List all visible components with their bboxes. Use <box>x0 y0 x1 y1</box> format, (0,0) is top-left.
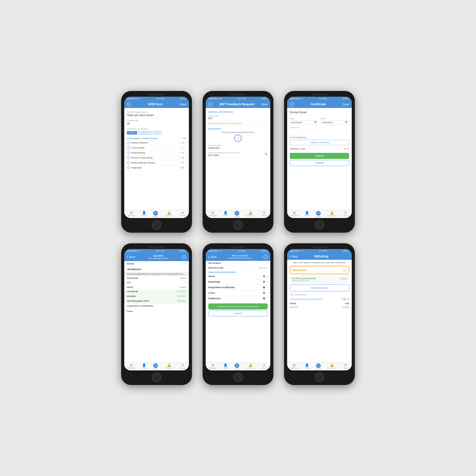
osat-date-0: 3/12/2017 <box>177 290 186 293</box>
status-battery4: 100% ▪ <box>179 250 186 252</box>
osat-row-3: Cardioverten en defibrilleren ○ <box>124 303 189 309</box>
phone4-wrapper: ●●●● BELL ▼ 4:21 PM 100% ▪ Back Sub-EPA:… <box>121 243 192 385</box>
ultrasound-btn[interactable]: Ultrasound ✓ <box>290 266 349 274</box>
nav3-settings-label: Settings <box>343 215 349 216</box>
status-battery3: 100% ▪ <box>342 97 349 100</box>
subepa-vaardigheden-row[interactable]: Vaardigheden <box>124 267 189 272</box>
nav4-notifications[interactable]: 🔔 Notifications <box>165 363 173 370</box>
until-input[interactable]: 03/05/2019 📅 <box>320 120 349 125</box>
phone2-home-btn[interactable] <box>233 220 243 230</box>
nav3-upload[interactable]: + Upload <box>316 211 321 218</box>
phone1-home-btn[interactable] <box>152 220 161 230</box>
cancel-btn[interactable]: Cancel <box>290 160 349 166</box>
phone1-info-icon[interactable]: i <box>127 102 131 106</box>
medical-devices-btn[interactable]: Medical devices <box>290 284 349 291</box>
nav4-profile[interactable]: 👤 Profile <box>142 363 146 370</box>
phone6-back-btn[interactable]: Back <box>290 255 298 258</box>
delete-icon[interactable]: ✕ <box>347 147 349 150</box>
nav2-upload[interactable]: + Upload <box>234 211 239 218</box>
phone2-content: GENERAL INFORMATION Linked EPA EPA Main … <box>206 108 270 210</box>
subepa-item-2[interactable]: Respiratoire insufficiëntie <box>206 285 270 290</box>
nav2-settings[interactable]: ⚙ Settings <box>261 211 267 218</box>
nav5-upload[interactable]: + Upload <box>234 363 239 370</box>
subepa-item-1[interactable]: Reanimatie <box>206 279 270 285</box>
phones-grid: ●●●● BELL ▼ 4:21 PM 100% ▪ i KPB form Sa… <box>121 91 355 385</box>
nav6-notifications[interactable]: 🔔 Notifications <box>328 363 336 370</box>
comp-info-icon-2: i <box>127 151 130 154</box>
nav5-dashboard[interactable]: ⊞ Dashboard <box>209 363 217 370</box>
nav6-dashboard[interactable]: ⊞ Dashboard <box>291 363 298 370</box>
nav3-notifications[interactable]: 🔔 Notifications <box>328 211 336 218</box>
from-value: 03/03/2018 <box>291 121 302 124</box>
profile-icon5: 👤 <box>224 363 227 367</box>
phone1-save-btn[interactable]: Save <box>180 103 186 106</box>
phone4-info-icon[interactable]: i <box>182 255 186 259</box>
nav-dashboard[interactable]: ⊞ Dashboard <box>128 211 135 218</box>
cancel-epa-btn[interactable]: Cancel <box>208 311 268 316</box>
nav-notifications-label: Notifications <box>165 215 173 216</box>
cart-item-row: Ultrasound module (year subscription) € … <box>290 297 349 301</box>
complexity-moderate[interactable]: MODERATE <box>138 131 152 134</box>
nav-notifications[interactable]: 🔔 Notifications <box>165 211 173 218</box>
nav2-dashboard[interactable]: ⊞ Dashboard <box>209 211 217 218</box>
phone1-title: KPB form <box>148 102 163 106</box>
request-trainer-btn[interactable]: Request trainer for certificate of compe… <box>208 303 268 309</box>
comp-score-4: 4 <box>183 162 184 164</box>
nav4-dashboard[interactable]: ⊞ Dashboard <box>128 363 135 370</box>
cart-item-del-icon[interactable]: ✕ <box>347 298 349 301</box>
nav6-profile-label: Profile <box>305 367 309 369</box>
phone4-back-btn[interactable]: Back <box>127 256 135 258</box>
assessor-type-row: Assessor type Supervisor <box>208 143 268 151</box>
phone3-home-btn[interactable] <box>315 220 324 230</box>
phone6: ●●●● BELL ▼ 4:21 PM 100% ▪ Back Webshop … <box>284 243 355 385</box>
renew-link[interactable]: Renew <box>341 277 347 280</box>
ultrasound-label: Ultrasound <box>292 269 306 272</box>
nav6-settings[interactable]: ⚙ Settings <box>343 363 349 370</box>
nav-dashboard-label: Dashboard <box>128 215 135 216</box>
search-icon[interactable]: 🔍 <box>265 153 268 156</box>
nav4-settings[interactable]: ⚙ Settings <box>180 363 186 370</box>
phone2-save-btn[interactable]: Save <box>261 103 268 106</box>
phone6-home-btn[interactable] <box>315 372 324 382</box>
complexity-high[interactable]: HIGH <box>153 131 162 134</box>
nav6-profile[interactable]: 👤 Profile <box>305 363 309 370</box>
nav-upload[interactable]: + Upload <box>153 211 158 218</box>
nav6-upload[interactable]: + Upload <box>316 363 321 370</box>
comp-check-4: ✓ <box>179 161 182 164</box>
nav2-notifications[interactable]: 🔔 Notifications <box>246 211 255 218</box>
phone3-save-btn[interactable]: Save <box>343 103 349 106</box>
phone4-home-btn[interactable] <box>152 372 161 382</box>
phone5-info-icon[interactable]: i <box>263 255 268 259</box>
subepa-item-3[interactable]: Coma <box>206 290 270 296</box>
comments-input[interactable] <box>290 129 349 134</box>
phone2-info-icon[interactable]: i <box>208 102 213 106</box>
nav-profile[interactable]: 👤 Profile <box>142 211 146 218</box>
eye-icon[interactable]: 👁 <box>344 147 346 150</box>
cert-name: Emma Visser <box>290 110 349 115</box>
subepa-chevron-3 <box>266 292 268 294</box>
nav5-settings[interactable]: ⚙ Settings <box>261 363 267 370</box>
nav2-profile[interactable]: 👤 Profile <box>223 211 228 218</box>
hide-link[interactable]: hide <box>183 137 186 139</box>
subepa-item-0[interactable]: Shock <box>206 274 270 279</box>
nav3-profile[interactable]: 👤 Profile <box>305 211 309 218</box>
nav5-profile[interactable]: 👤 Profile <box>223 363 228 370</box>
subepa-item-4[interactable]: Multitrauma <box>206 296 270 301</box>
nav5-notifications[interactable]: 🔔 Notifications <box>246 363 255 370</box>
subepa-kennis-row[interactable]: Kennis <box>124 261 189 267</box>
phone5-back-btn[interactable]: Back <box>208 256 216 258</box>
nav3-dashboard[interactable]: ⊞ Dashboard <box>291 211 298 218</box>
nav2-dashboard-label: Dashboard <box>209 215 217 216</box>
complexity-slight[interactable]: SLIGHT <box>127 131 137 134</box>
phone3-wrapper: ●●●● BELL ▼ 4:21 PM 100% ▪ i Certificate… <box>284 91 355 233</box>
nav-settings[interactable]: ⚙ Settings <box>180 211 186 218</box>
nav4-upload[interactable]: + Upload <box>153 363 158 370</box>
upload-icon5: + <box>235 363 239 368</box>
from-input[interactable]: 03/03/2018 📅 <box>290 120 318 125</box>
comp-info-icon-4: i <box>127 161 130 164</box>
phone5-home-btn[interactable] <box>233 372 243 382</box>
submit-btn[interactable]: Submit <box>290 153 349 159</box>
nav3-settings[interactable]: ⚙ Settings <box>343 211 349 218</box>
upload-cert-btn[interactable]: ↑ Upload certificate(s) <box>290 140 349 145</box>
phone3-info-icon[interactable]: i <box>290 102 294 106</box>
